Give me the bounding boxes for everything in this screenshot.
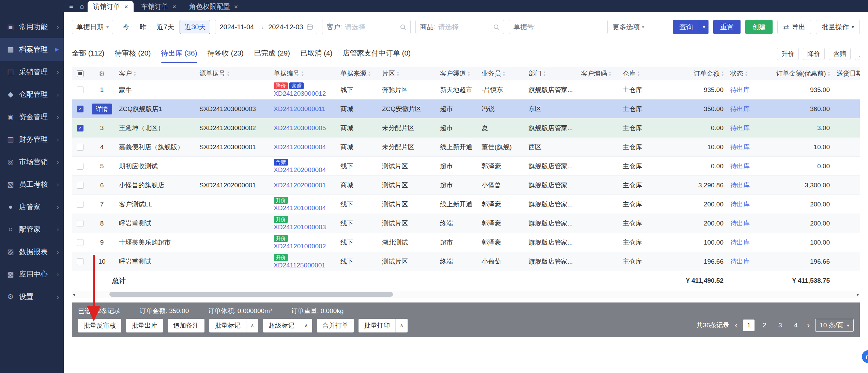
collapse-menu-icon[interactable]: ≡ [69, 3, 73, 10]
sidebar-item-dispatch[interactable]: ○配管家› [0, 218, 64, 240]
sidebar-item-funds[interactable]: ◉资金管理› [0, 106, 64, 128]
scroll-left-arrow-icon[interactable]: ◂ [73, 291, 75, 298]
page-4[interactable]: 4 [790, 320, 802, 331]
reset-button[interactable]: 重置 [713, 20, 741, 34]
chevron-up-icon[interactable]: ∧ [395, 319, 408, 332]
sort-icon[interactable]: ▴▾ [368, 71, 370, 77]
sort-icon[interactable]: ▴▾ [302, 71, 304, 77]
doc-number-link[interactable]: XD241203000012 [274, 90, 326, 97]
sidebar-item-common[interactable]: ▣常用功能› [0, 16, 64, 38]
column-header-单据编号[interactable]: 单据编号▴▾ [270, 67, 337, 80]
quick-range-昨[interactable]: 昨 [135, 20, 151, 34]
batch-button-批量打印[interactable]: 批量打印∧ [359, 319, 408, 332]
row-checkbox[interactable] [77, 201, 83, 208]
doc-number-link[interactable]: XD241203000011 [274, 105, 325, 113]
sidebar-item-store[interactable]: ●店管家› [0, 196, 64, 218]
sidebar-item-warehouse[interactable]: ◆仓配管理› [0, 83, 64, 106]
batch-button-label[interactable]: 超级标记 [263, 319, 300, 332]
column-header-业务员[interactable]: 业务员▴▾ [478, 67, 525, 80]
sort-icon[interactable]: ▴▾ [721, 71, 724, 77]
sidebar-item-settings[interactable]: ⚙设置› [0, 285, 64, 308]
prev-page-button[interactable]: ‹ [735, 321, 737, 329]
status-tab-待签收[interactable]: 待签收 (23) [208, 48, 244, 63]
row-checkbox[interactable] [77, 144, 83, 151]
close-icon[interactable]: × [234, 3, 238, 11]
horizontal-scrollbar[interactable]: ◂ ▸ [72, 291, 860, 298]
row-checkbox[interactable] [77, 87, 83, 93]
more-options-link[interactable]: 更多选项 ▾ [612, 22, 644, 32]
row-checkbox[interactable] [77, 258, 83, 265]
page-1[interactable]: 1 [743, 320, 755, 331]
status-tab-待出库[interactable]: 待出库 (36) [161, 48, 197, 63]
price-button-反[interactable]: 反 [855, 48, 860, 60]
doc-number-link[interactable]: XD241202000004 [274, 166, 326, 174]
batch-button-label[interactable]: 追加备注 [168, 319, 204, 332]
table-row[interactable]: 10呼岩甫测试升价XD241125000001线下测试片区终端小葡萄旗舰版店管家… [72, 252, 860, 271]
quick-range-今[interactable]: 今 [118, 20, 134, 34]
page-2[interactable]: 2 [759, 320, 770, 331]
sidebar-item-purchase[interactable]: ▤采销管理› [0, 61, 64, 83]
doc-number-link[interactable]: XD241203000004 [274, 143, 326, 151]
close-icon[interactable]: × [172, 3, 176, 11]
row-checkbox[interactable] [77, 163, 83, 170]
column-header-送货日期[interactable]: 送货日期▴▾ [833, 67, 860, 80]
price-button-降价[interactable]: 降价 [803, 48, 825, 60]
batch-operations-button[interactable]: 批量操作 ▾ [816, 20, 860, 34]
column-header-状态[interactable]: 状态▴▾ [727, 67, 774, 80]
page-size-select[interactable]: 10 条/页 ▾ [815, 319, 854, 332]
table-row[interactable]: 8呼岩甫测试升价XD241201000003线下测试片区终端郭泽豪旗舰版店管家.… [72, 214, 860, 233]
query-button-label[interactable]: 查询 [673, 20, 699, 34]
doc-number-link[interactable]: XD241202000001 [274, 182, 326, 189]
chevron-up-icon[interactable]: ∧ [246, 319, 258, 332]
page-3[interactable]: 3 [774, 320, 786, 331]
sort-icon[interactable]: ▴▾ [544, 71, 546, 77]
tab-角色权限配置[interactable]: 角色权限配置× [184, 1, 243, 12]
column-header-源单据号[interactable]: 源单据号▴▾ [196, 67, 270, 80]
doc-number-link[interactable]: XD241125000001 [274, 262, 325, 269]
product-filter[interactable]: 商品: 请选择 [415, 20, 504, 34]
status-tab-已完成[interactable]: 已完成 (29) [254, 48, 290, 63]
sort-icon[interactable]: ▴▾ [397, 71, 399, 77]
quick-range-近7天[interactable]: 近7天 [152, 20, 179, 34]
column-header-客户编码[interactable]: 客户编码▴▾ [578, 67, 619, 80]
batch-button-label[interactable]: 合并打单 [317, 319, 354, 332]
row-checkbox[interactable]: ✓ [77, 125, 83, 131]
sort-icon[interactable]: ▴▾ [745, 71, 747, 77]
status-tab-待审核[interactable]: 待审核 (20) [115, 48, 151, 63]
batch-button-批量标记[interactable]: 批量标记∧ [209, 319, 258, 332]
batch-button-批量反审核[interactable]: 批量反审核 [78, 319, 121, 332]
status-tab-店管家支付中订单[interactable]: 店管家支付中订单 (0) [343, 48, 411, 63]
query-button[interactable]: 查询 ▾ [673, 20, 709, 34]
row-checkbox[interactable] [77, 182, 83, 189]
gear-icon[interactable]: ⚙ [99, 69, 105, 78]
column-header-客户[interactable]: 客户▴▾ [116, 67, 196, 80]
customer-filter[interactable]: 客户: 请选择 [322, 20, 411, 34]
doc-number-link[interactable]: XD241201000002 [274, 243, 326, 250]
sidebar-item-report[interactable]: ▨数据报表› [0, 240, 64, 263]
sidebar-item-finance[interactable]: ▥财务管理› [0, 128, 64, 151]
column-header-客户渠道[interactable]: 客户渠道▴▾ [437, 67, 478, 80]
batch-button-批量出库[interactable]: 批量出库 [126, 319, 163, 332]
export-button[interactable]: ⇄ 导出 [777, 20, 811, 34]
column-header-订单金额[interactable]: 订单金额▴▾ [674, 67, 727, 80]
tab-访销订单[interactable]: 访销订单× [88, 1, 134, 12]
customer-service-float-button[interactable] [862, 350, 868, 363]
table-row[interactable]: 7客户测试LL升价XD241201000004线下测试片区线上新开通郭泽豪旗舰版… [72, 195, 860, 214]
doc-number-link[interactable]: XD241201000004 [274, 204, 326, 212]
table-row[interactable]: 9十堰美美乐购超市升价XD241201000002线下湖北测试超市郭泽豪旗舰版店… [72, 233, 860, 252]
sort-icon[interactable]: ▴▾ [134, 71, 136, 77]
batch-button-超级标记[interactable]: 超级标记∧ [263, 319, 312, 332]
close-icon[interactable]: × [124, 3, 128, 11]
table-row[interactable]: 1蒙牛降价含赠XD241203000012线下奔驰片区新天地超市-吕慎东旗舰版店… [72, 80, 860, 99]
doc-number-link[interactable]: XD241203000005 [274, 124, 326, 132]
batch-button-label[interactable]: 批量反审核 [78, 319, 121, 332]
column-header-部门[interactable]: 部门▴▾ [525, 67, 578, 80]
chevron-up-icon[interactable]: ∧ [300, 319, 312, 332]
scrollbar-thumb[interactable] [109, 292, 393, 297]
select-all-checkbox[interactable] [77, 70, 83, 77]
home-icon[interactable]: ⌂ [80, 3, 84, 10]
sidebar-item-hr[interactable]: ▧员工考核› [0, 173, 64, 196]
quick-range-近30天[interactable]: 近30天 [180, 20, 210, 34]
status-tab-已取消[interactable]: 已取消 (4) [300, 48, 333, 63]
batch-button-label[interactable]: 批量打印 [359, 319, 395, 332]
